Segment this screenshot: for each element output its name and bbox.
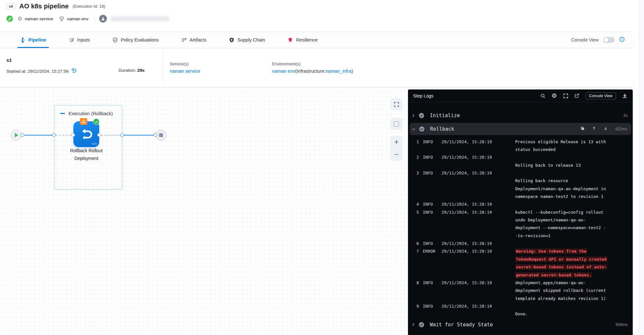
connector-dot[interactable] — [154, 133, 157, 137]
log-message: Rolling back to release 13 — [497, 163, 633, 168]
service-link[interactable]: naman service — [170, 69, 200, 74]
canvas-multi-select-button[interactable] — [390, 118, 402, 130]
log-message: status Succeeded — [497, 147, 633, 152]
stop-icon — [159, 133, 163, 137]
tab-supply-chain[interactable]: Supply Chain — [223, 32, 271, 48]
connector-dot[interactable] — [21, 133, 24, 137]
log-line: Rolling back resource — [408, 177, 633, 185]
tab-pipeline[interactable]: Pipeline — [14, 32, 53, 48]
header-service-name[interactable]: naman service — [25, 16, 53, 21]
tab-artifacts[interactable]: Artifacts — [175, 32, 213, 48]
info-icon[interactable] — [619, 37, 625, 43]
selection-icon — [394, 121, 399, 126]
log-line: 4INFO29/11/2024, 15:28:19 — [408, 200, 633, 208]
stage-summary-bar: s1 Started at: 29/11/2024, 15:27:56 Dura… — [0, 48, 644, 88]
step-node-label: Rollback Rollout Deployment — [61, 147, 112, 163]
stage-divider — [163, 52, 163, 83]
log-timestamp: 29/11/2024, 15:28:19 — [441, 155, 493, 160]
section-name: Rollback — [430, 126, 454, 132]
log-settings-gear-icon[interactable]: ⚙ — [552, 93, 557, 99]
tab-policy-evaluations[interactable]: Policy Evaluations — [106, 32, 165, 48]
code-glyph: </> — [92, 142, 97, 145]
service-gear-icon: ⚙ — [17, 16, 22, 22]
log-line-number: 4 — [414, 202, 419, 207]
tab-resilience[interactable]: Resilience — [281, 32, 324, 48]
tab-label: Artifacts — [190, 37, 206, 42]
scroll-down-icon[interactable] — [603, 126, 608, 132]
log-section-initialize[interactable]: Initialize 3s — [408, 110, 633, 121]
log-message: undo Deployment/naman-qa-ao- — [497, 218, 633, 222]
infrastructure-link[interactable]: naman_infra — [326, 69, 352, 74]
step-label-line2: Deployment — [61, 155, 112, 163]
group-title: Execution (Rollback) — [69, 111, 113, 116]
chevron-right-icon[interactable] — [411, 114, 416, 118]
log-section-rollback[interactable]: Rollback 422ms — [410, 123, 631, 135]
execution-id-label: (Execution Id: 18) — [72, 4, 105, 9]
started-at-text: Started at: 29/11/2024, 15:27:56 — [6, 69, 69, 74]
connector-dot[interactable] — [120, 133, 124, 137]
right-gutter — [633, 0, 644, 335]
log-line: undo Deployment/naman-qa-ao- — [408, 216, 633, 224]
log-section-wait-for-steady-state[interactable]: Wait for Steady State 658ms — [408, 319, 633, 331]
log-line: 8INFO29/11/2024, 15:28:19deployment.apps… — [408, 279, 633, 286]
log-line: secret-based tokens instead of auto- — [408, 263, 633, 271]
group-header: Execution (Rollback) — [60, 111, 113, 116]
tab-inputs[interactable]: Inputs — [62, 32, 97, 48]
tab-label: Policy Evaluations — [121, 37, 159, 42]
scroll-up-icon[interactable] — [592, 126, 596, 132]
rollback-step-node[interactable]: </> — [73, 121, 99, 147]
log-timestamp: 29/11/2024, 15:28:19 — [441, 241, 493, 246]
log-timestamp: 29/11/2024, 15:28:19 — [441, 171, 493, 175]
copy-icon[interactable] — [580, 126, 585, 132]
log-lines-container[interactable]: 1INFO29/11/2024, 15:28:19Previous eligib… — [408, 138, 633, 318]
step-success-check-icon — [419, 113, 424, 118]
step-logs-actions: ⚙ Console View — [540, 92, 628, 99]
tab-label: Supply Chain — [237, 37, 265, 42]
log-line: 5INFO29/11/2024, 15:28:19kubectl --kubec… — [408, 208, 633, 216]
log-line-number: 9 — [414, 304, 419, 309]
log-line: deployment --namespace=naman-test2 - — [408, 224, 633, 232]
log-level: INFO — [423, 210, 438, 215]
log-message: generated secret-based tokens. — [497, 273, 633, 277]
title-row: v0 AO k8s pipeline (Execution Id: 18) — [6, 3, 105, 10]
page-scrollbar[interactable] — [639, 0, 644, 335]
console-view-toggle[interactable] — [603, 37, 615, 43]
environment-link[interactable]: naman env — [272, 69, 295, 74]
duration: Duration: 29s — [118, 68, 145, 73]
log-line: Done. — [408, 310, 633, 318]
log-message: Rolling back resource — [497, 178, 633, 183]
step-logs-title: Step Logs — [413, 93, 433, 98]
header-environment-name[interactable]: naman env — [67, 16, 89, 21]
log-line: status Succeeded — [408, 145, 633, 153]
canvas-fit-view-button[interactable] — [390, 98, 402, 110]
console-view-button[interactable]: Console View — [585, 92, 616, 99]
stage-name: s1 — [6, 57, 12, 63]
zoom-out-button[interactable]: − — [394, 151, 398, 158]
step-success-check-icon — [419, 322, 424, 328]
connector-dot[interactable] — [97, 133, 101, 137]
log-timestamp: 29/11/2024, 15:28:19 — [441, 249, 493, 254]
chevron-right-icon[interactable] — [411, 322, 416, 327]
download-logs-icon[interactable] — [622, 93, 628, 98]
edge-start-to-group — [24, 135, 52, 135]
chevron-down-icon[interactable] — [412, 127, 416, 131]
cd-module-icon — [6, 15, 13, 22]
log-message: template already matches revision 1) — [497, 296, 633, 301]
section-name: Wait for Steady State — [430, 322, 493, 328]
log-message: Warning: Use tokens from the — [497, 249, 633, 254]
step-success-icon — [93, 118, 99, 125]
connector-dot[interactable] — [52, 133, 56, 137]
play-icon — [15, 133, 18, 137]
zoom-in-button[interactable]: + — [394, 138, 398, 146]
log-line-number: 8 — [414, 280, 419, 285]
environment-icon — [59, 16, 64, 22]
search-icon[interactable] — [540, 93, 545, 98]
log-line: deployment skipped rollback (current — [408, 287, 633, 294]
duration-value: 29s — [137, 68, 145, 73]
collapse-icon[interactable] — [60, 113, 65, 114]
connector-dot[interactable] — [71, 133, 75, 137]
rerun-history-icon[interactable] — [71, 68, 77, 74]
log-fullscreen-icon[interactable] — [563, 93, 568, 98]
open-in-new-icon[interactable] — [574, 93, 579, 98]
version-badge: v0 — [6, 3, 15, 10]
